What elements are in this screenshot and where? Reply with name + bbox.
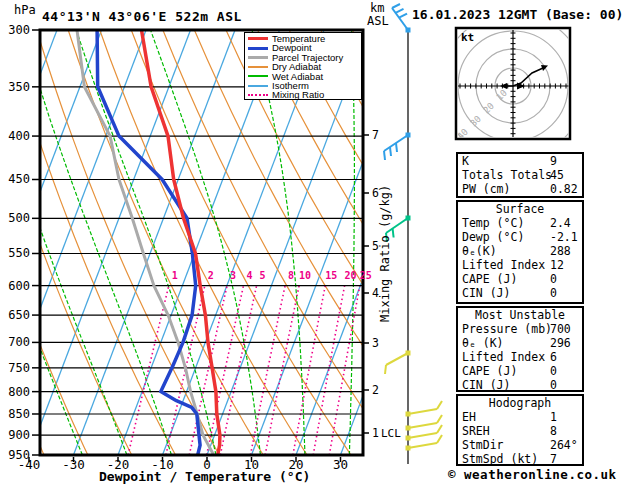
table-row-value: 700	[550, 322, 571, 336]
km-tick-label: 1	[372, 426, 379, 440]
table-row-label: θₑ(K)	[462, 244, 497, 258]
table-row-value: 7	[550, 452, 557, 466]
table-row-label: CAPE (J)	[462, 364, 517, 378]
lcl-label: LCL	[381, 428, 401, 439]
page-title: 44°13'N 43°06'E 522m ASL	[42, 10, 242, 23]
table-row-label: θₑ (K)	[462, 336, 504, 350]
pressure-tick-label: 500	[8, 211, 30, 225]
pressure-tick-label: 750	[8, 361, 30, 375]
hodograph-table: Hodograph EH1SREH8StmDir264°StmSpd (kt)7	[456, 394, 584, 466]
table-row: StmDir264°	[458, 438, 582, 452]
indices-table: K9Totals Totals45PW (cm)0.82	[456, 152, 584, 198]
most-unstable-table: Most Unstable Pressure (mb)700θₑ (K)296L…	[456, 306, 584, 392]
table-row-label: StmDir	[462, 438, 504, 452]
table-row: Lifted Index12	[458, 258, 582, 272]
pressure-tick-label: 700	[8, 335, 30, 349]
legend-swatch-mixing-ratio	[248, 94, 268, 96]
table-row: Temp (°C)2.4	[458, 216, 582, 230]
mixing-ratio-value-label: 2	[208, 270, 214, 281]
table-row-value: 0	[550, 364, 557, 378]
legend-label: Mixing Ratio	[272, 90, 324, 100]
temp-tick-label: -40	[18, 457, 41, 472]
pressure-tick-label: 350	[8, 80, 30, 94]
table-row: SREH8	[458, 424, 582, 438]
indices-rows: K9Totals Totals45PW (cm)0.82	[458, 154, 582, 196]
chart-legend: TemperatureDewpointParcel TrajectoryDry …	[244, 32, 362, 100]
table-row-label: Pressure (mb)	[462, 322, 552, 336]
most-unstable-rows: Pressure (mb)700θₑ (K)296Lifted Index6CA…	[458, 322, 582, 392]
mixing-ratio-value-label: 15	[325, 270, 337, 281]
skewt-sounding-page: 3003504004505005506006507007508008509009…	[0, 0, 629, 486]
table-row-label: K	[462, 154, 469, 168]
pressure-tick-label: 900	[8, 428, 30, 442]
table-row: PW (cm)0.82	[458, 182, 582, 196]
table-row: CAPE (J)0	[458, 364, 582, 378]
pressure-tick-label: 850	[8, 407, 30, 421]
altitude-unit-asl: ASL	[367, 15, 389, 27]
surface-rows: Temp (°C)2.4Dewp (°C)-2.1θₑ(K)288Lifted …	[458, 216, 582, 300]
table-row-value: 2.4	[550, 216, 571, 230]
table-row-value: 12	[550, 258, 564, 272]
table-row-value: 45	[550, 168, 564, 182]
table-row: CAPE (J)0	[458, 272, 582, 286]
table-row-label: Temp (°C)	[462, 216, 524, 230]
table-row: CIN (J)0	[458, 378, 582, 392]
mixing-ratio-value-label: 3	[230, 270, 236, 281]
hodograph-rows: EH1SREH8StmDir264°StmSpd (kt)7	[458, 410, 582, 466]
table-row-label: PW (cm)	[462, 182, 510, 196]
legend-swatch-wet-adiabat	[248, 75, 268, 77]
table-row-value: 1	[550, 410, 557, 424]
mixing-ratio-value-label: 25	[360, 270, 372, 281]
temp-tick-label: -30	[62, 457, 85, 472]
x-axis-title: Dewpoint / Temperature (°C)	[99, 470, 310, 483]
mixing-ratio-value-label: 8	[288, 270, 294, 281]
legend-swatch-dewpoint	[248, 47, 268, 50]
most-unstable-table-header: Most Unstable	[458, 308, 582, 322]
km-tick-label: 2	[372, 383, 379, 397]
table-row-label: Lifted Index	[462, 258, 545, 272]
table-row: Totals Totals45	[458, 168, 582, 182]
table-row-label: EH	[462, 410, 476, 424]
mixing-ratio-value-label: 10	[299, 270, 311, 281]
table-row: θₑ(K)288	[458, 244, 582, 258]
mixing-ratio-value-labels: 12345810152025	[172, 270, 372, 281]
table-row: Lifted Index6	[458, 350, 582, 364]
km-tick-label: 7	[372, 128, 379, 142]
table-row-value: 0.82	[550, 182, 578, 196]
copyright-label: © weatheronline.co.uk	[448, 469, 617, 482]
table-row-value: 264°	[550, 438, 578, 452]
mixing-ratio-value-label: 20	[345, 270, 357, 281]
table-row-label: Dewp (°C)	[462, 230, 524, 244]
table-row-value: 0	[550, 378, 557, 392]
legend-swatch-temperature	[248, 37, 268, 40]
table-row-value: 0	[550, 286, 557, 300]
mixing-ratio-value-label: 1	[172, 270, 178, 281]
km-tick-label: 3	[372, 336, 379, 350]
table-row: θₑ (K)296	[458, 336, 582, 350]
legend-swatch-isotherm	[248, 85, 268, 87]
table-row-label: SREH	[462, 424, 490, 438]
table-row: EH1	[458, 410, 582, 424]
table-row-label: CAPE (J)	[462, 272, 517, 286]
table-row-label: Lifted Index	[462, 350, 545, 364]
legend-swatch-parcel-trajectory	[248, 56, 268, 59]
datetime-label: 16.01.2023 12GMT (Base: 00)	[412, 8, 623, 21]
hodograph-table-header: Hodograph	[458, 396, 582, 410]
table-row-value: 296	[550, 336, 571, 350]
pressure-tick-label: 650	[8, 308, 30, 322]
mixing-ratio-value-label: 5	[260, 270, 266, 281]
surface-table: Surface Temp (°C)2.4Dewp (°C)-2.1θₑ(K)28…	[456, 200, 584, 304]
table-row-label: Totals Totals	[462, 168, 552, 182]
wind-barbs	[384, 4, 442, 464]
pressure-tick-label: 800	[8, 385, 30, 399]
table-row-label: CIN (J)	[462, 286, 510, 300]
legend-item: Mixing Ratio	[248, 90, 361, 99]
table-row: Dewp (°C)-2.1	[458, 230, 582, 244]
pressure-unit-label: hPa	[14, 4, 36, 16]
mixing-ratio-axis-label: Mixing Ratio (g/kg)	[379, 185, 391, 322]
temp-tick-label: 30	[333, 457, 348, 472]
table-row: Pressure (mb)700	[458, 322, 582, 336]
table-row-value: 0	[550, 272, 557, 286]
pressure-tick-label: 400	[8, 129, 30, 143]
hodograph-unit-label: kt	[461, 32, 474, 43]
